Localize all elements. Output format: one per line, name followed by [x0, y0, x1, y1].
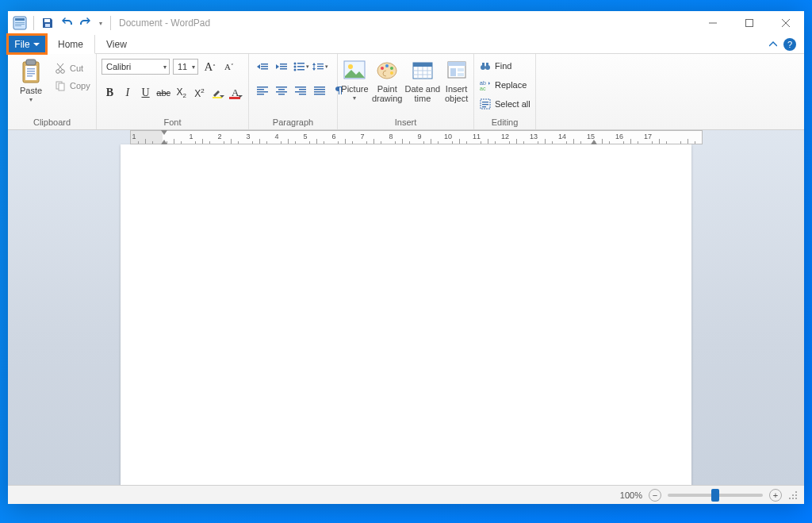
- svg-rect-5: [44, 19, 50, 22]
- zoom-slider[interactable]: [668, 494, 763, 497]
- font-name-combo[interactable]: Calibri▾: [102, 59, 170, 75]
- redo-icon[interactable]: [77, 14, 94, 32]
- collapse-ribbon-chevron-icon[interactable]: [769, 40, 777, 48]
- find-button[interactable]: Find: [479, 58, 511, 74]
- insert-group: Picture ▾ Paint drawing Date and time In…: [338, 54, 474, 129]
- svg-rect-57: [314, 94, 325, 95]
- superscript-button[interactable]: X2: [191, 84, 208, 102]
- align-center-button[interactable]: [273, 83, 290, 98]
- svg-rect-46: [276, 87, 287, 88]
- underline-button[interactable]: U: [137, 84, 154, 102]
- svg-point-62: [385, 64, 389, 67]
- help-icon[interactable]: ?: [783, 38, 796, 51]
- binoculars-icon: [479, 60, 492, 72]
- chevron-down-icon: ▾: [353, 94, 356, 102]
- zoom-level-label: 100%: [620, 490, 642, 500]
- svg-line-21: [57, 63, 63, 70]
- svg-rect-26: [261, 63, 268, 65]
- document-area: 11234567891011121314151617: [8, 130, 804, 485]
- picture-button[interactable]: Picture ▾: [339, 56, 370, 102]
- justify-button[interactable]: [311, 83, 328, 98]
- picture-label: Picture: [341, 84, 368, 94]
- editing-group-label: Editing: [474, 116, 535, 129]
- clipboard-group: Paste ▾ Cut Copy Clipboard: [8, 54, 97, 129]
- view-tab[interactable]: View: [95, 35, 139, 53]
- save-icon[interactable]: [39, 14, 56, 32]
- home-tab[interactable]: Home: [46, 35, 95, 54]
- italic-button[interactable]: I: [120, 84, 136, 102]
- ribbon-tabs: File Home View ?: [8, 35, 804, 54]
- paste-button[interactable]: Paste ▾: [13, 57, 49, 103]
- left-indent-marker[interactable]: [161, 140, 167, 144]
- file-tab[interactable]: File: [8, 35, 46, 53]
- shrink-font-button[interactable]: A˅: [220, 59, 238, 75]
- svg-rect-2: [15, 22, 25, 23]
- window-title: Document - WordPad: [119, 17, 210, 29]
- strikethrough-button[interactable]: abc: [155, 84, 172, 102]
- close-button[interactable]: [768, 11, 804, 35]
- svg-rect-23: [59, 83, 64, 90]
- qat-customize-chevron-icon[interactable]: ▾: [96, 20, 105, 27]
- decrease-indent-button[interactable]: [254, 59, 271, 75]
- replace-icon: abac: [479, 79, 492, 91]
- align-right-button[interactable]: [292, 83, 309, 98]
- svg-point-32: [293, 63, 296, 65]
- cut-button[interactable]: Cut: [54, 60, 90, 76]
- chevron-down-icon: ▾: [189, 63, 195, 71]
- svg-rect-36: [297, 66, 304, 67]
- font-group-label: Font: [97, 116, 248, 129]
- select-all-button[interactable]: Select all: [479, 96, 530, 112]
- grow-font-button[interactable]: A˄: [201, 59, 219, 75]
- svg-rect-17: [27, 75, 33, 77]
- font-size-combo[interactable]: 11▾: [173, 59, 198, 75]
- first-line-indent-marker[interactable]: [161, 130, 167, 135]
- app-icon[interactable]: [11, 14, 29, 32]
- paint-drawing-button[interactable]: Paint drawing: [370, 56, 404, 103]
- bold-button[interactable]: B: [102, 84, 118, 102]
- paste-chevron-icon: ▾: [29, 96, 33, 103]
- svg-point-59: [348, 64, 353, 69]
- undo-icon[interactable]: [58, 14, 75, 32]
- horizontal-ruler[interactable]: 11234567891011121314151617: [130, 130, 703, 144]
- align-left-button[interactable]: [254, 83, 271, 98]
- zoom-slider-thumb[interactable]: [711, 489, 719, 502]
- select-all-icon: [479, 98, 492, 110]
- svg-rect-15: [27, 71, 35, 72]
- titlebar: ▾ Document - WordPad: [8, 11, 804, 35]
- document-page[interactable]: [121, 144, 691, 485]
- date-time-button[interactable]: Date and time: [404, 56, 442, 103]
- svg-rect-55: [314, 89, 325, 90]
- increase-indent-button[interactable]: [273, 59, 290, 75]
- picture-icon: [342, 57, 367, 83]
- quick-access-toolbar: ▾: [8, 14, 114, 32]
- line-spacing-button[interactable]: ▾: [311, 59, 328, 75]
- svg-text:ab: ab: [480, 80, 486, 86]
- svg-point-19: [61, 70, 65, 74]
- font-size-value: 11: [178, 62, 187, 71]
- window-controls: [695, 11, 804, 35]
- replace-button[interactable]: abac Replace: [479, 77, 527, 93]
- svg-rect-6: [45, 24, 50, 27]
- svg-rect-44: [257, 91, 268, 93]
- svg-rect-41: [317, 68, 324, 69]
- svg-rect-31: [280, 68, 287, 70]
- subscript-button[interactable]: X2: [174, 84, 190, 102]
- svg-rect-84: [482, 102, 488, 102]
- svg-rect-25: [229, 97, 240, 99]
- svg-rect-48: [276, 91, 287, 93]
- insert-object-button[interactable]: Insert object: [441, 56, 472, 103]
- text-highlight-button[interactable]: [209, 84, 226, 102]
- insert-object-label: Insert object: [445, 84, 468, 103]
- zoom-out-button[interactable]: −: [649, 489, 661, 502]
- svg-rect-79: [482, 63, 485, 66]
- bullets-button[interactable]: ▾: [292, 59, 309, 75]
- scissors-icon: [54, 62, 67, 75]
- copy-button[interactable]: Copy: [54, 78, 90, 94]
- right-indent-marker[interactable]: [591, 140, 597, 144]
- minimize-button[interactable]: [695, 11, 731, 35]
- maximize-button[interactable]: [731, 11, 768, 35]
- zoom-in-button[interactable]: +: [769, 489, 782, 502]
- svg-point-61: [381, 67, 384, 70]
- resize-grip-icon[interactable]: [788, 490, 798, 500]
- font-color-button[interactable]: A: [227, 84, 243, 102]
